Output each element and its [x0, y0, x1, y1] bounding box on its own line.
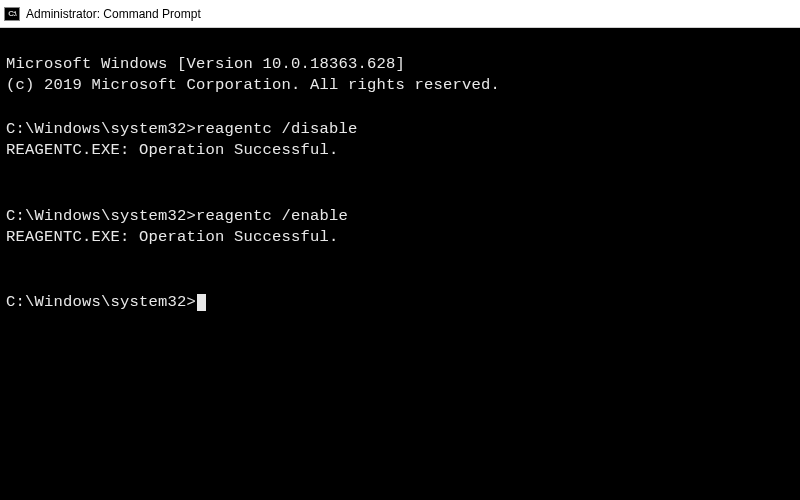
- command-2: reagentc /enable: [196, 207, 348, 225]
- copyright-line: (c) 2019 Microsoft Corporation. All righ…: [6, 76, 500, 94]
- prompt-2: C:\Windows\system32>: [6, 207, 196, 225]
- output-1: REAGENTC.EXE: Operation Successful.: [6, 141, 339, 159]
- terminal-output[interactable]: Microsoft Windows [Version 10.0.18363.62…: [0, 28, 800, 500]
- command-1: reagentc /disable: [196, 120, 358, 138]
- blank-line: [6, 97, 794, 119]
- window-titlebar[interactable]: C:\ Administrator: Command Prompt: [0, 0, 800, 28]
- version-line: Microsoft Windows [Version 10.0.18363.62…: [6, 55, 405, 73]
- prompt-3: C:\Windows\system32>: [6, 293, 196, 311]
- window-title: Administrator: Command Prompt: [26, 7, 201, 21]
- blank-line: [6, 249, 794, 271]
- cmd-icon: C:\: [4, 7, 20, 21]
- cursor: [197, 294, 206, 311]
- blank-line: [6, 162, 794, 184]
- prompt-1: C:\Windows\system32>: [6, 120, 196, 138]
- output-2: REAGENTC.EXE: Operation Successful.: [6, 228, 339, 246]
